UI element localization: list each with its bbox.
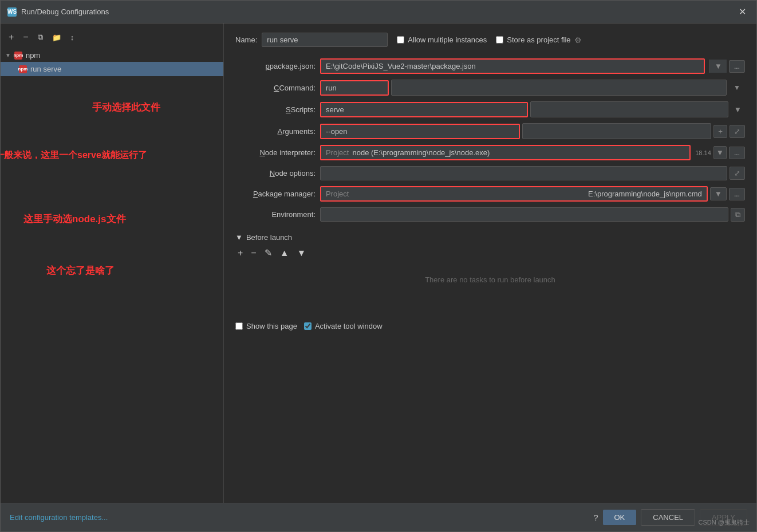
store-project-checkbox[interactable] [496, 36, 503, 44]
package-manager-field: Project E:\programming\node_js\npm.cmd [320, 186, 708, 202]
pkg-manager-value: E:\programming\node_js\npm.cmd [588, 190, 702, 198]
node-interpreter-prefix: Project [326, 148, 349, 157]
footer-row: Show this page Activate tool window [235, 313, 745, 330]
scripts-row: SScripts: ▼ [235, 101, 745, 117]
before-launch-label: Before launch [246, 233, 292, 242]
npm-group: ▼ npm npm npm run serve [1, 49, 223, 76]
ok-button[interactable]: OK [603, 510, 637, 525]
before-launch-arrow: ▼ [235, 233, 243, 242]
package-manager-row: Package manager: Project E:\programming\… [235, 186, 745, 202]
bottom-bar: Edit configuration templates... ? OK CAN… [1, 503, 756, 531]
package-json-field: E:\gitCode\PixiJS_Vue2-master\package.js… [320, 58, 705, 74]
node-version-dropdown[interactable]: ▼ [713, 146, 727, 159]
arguments-expand-button[interactable]: ⤢ [730, 125, 745, 138]
add-config-button[interactable]: + [5, 30, 17, 44]
command-input[interactable] [320, 80, 389, 96]
pkg-manager-prefix: Project [326, 190, 349, 198]
before-launch-header: ▼ Before launch [235, 233, 745, 242]
scripts-control: ▼ [320, 101, 745, 117]
activate-window-label[interactable]: Activate tool window [304, 322, 383, 330]
bl-edit-button[interactable]: ✎ [262, 246, 274, 259]
annotation-forgot: 这个忘了是啥了 [46, 264, 115, 277]
cancel-button[interactable]: CANCEL [641, 509, 695, 526]
main-panel: Name: Allow multiple instances Store as … [224, 23, 756, 503]
sidebar: + − ⧉ 📁 ↕ ▼ npm npm npm run serve 手动选择 [1, 23, 224, 503]
package-json-dropdown-button[interactable]: ▼ [709, 60, 727, 73]
header-row: Name: Allow multiple instances Store as … [235, 33, 745, 47]
before-launch-section: ▼ Before launch + − ✎ ▲ ▼ There are no t… [235, 233, 745, 295]
scripts-input[interactable] [320, 102, 528, 117]
node-interpreter-control: Project node (E:\programming\node_js\nod… [320, 145, 745, 160]
node-options-expand-button[interactable]: ⤢ [730, 167, 745, 180]
package-json-row: ppackage.json: E:\gitCode\PixiJS_Vue2-ma… [235, 58, 745, 74]
environment-label: Environment: [235, 210, 316, 219]
node-options-input[interactable] [320, 166, 727, 180]
pkg-manager-dropdown[interactable]: ▼ [710, 187, 727, 200]
run-serve-icon: npm [19, 65, 27, 73]
main-content: + − ⧉ 📁 ↕ ▼ npm npm npm run serve 手动选择 [1, 23, 756, 503]
folder-button[interactable]: 📁 [49, 31, 65, 44]
run-serve-label: run serve [30, 65, 61, 73]
environment-input[interactable] [320, 207, 728, 222]
package-json-label: ppackage.json: [235, 62, 316, 70]
remove-config-button[interactable]: − [19, 30, 31, 44]
before-launch-toolbar: + − ✎ ▲ ▼ [235, 246, 745, 259]
node-version-badge: 18.14 [695, 149, 711, 156]
name-input[interactable] [262, 33, 388, 47]
command-control: ▼ [320, 80, 745, 96]
node-interpreter-field: Project node (E:\programming\node_js\nod… [320, 145, 691, 160]
package-json-value: E:\gitCode\PixiJS_Vue2-master\package.js… [326, 62, 476, 70]
node-options-row: Node options: ⤢ [235, 166, 745, 180]
environment-control: ⧉ [320, 207, 745, 222]
bl-up-button[interactable]: ▲ [278, 247, 291, 259]
annotation-nodejs: 这里手动选node.js文件 [23, 212, 126, 226]
scripts-label: SScripts: [235, 105, 316, 114]
show-page-label[interactable]: Show this page [235, 322, 297, 330]
title-bar: WS Run/Debug Configurations ✕ [1, 1, 756, 23]
annotation-serve: 一般来说，这里一个serve就能运行了 [1, 149, 147, 161]
node-options-control: ⤢ [320, 166, 745, 180]
edit-templates-link[interactable]: Edit configuration templates... [10, 513, 108, 522]
help-button[interactable]: ? [594, 513, 598, 522]
arguments-add-button[interactable]: + [713, 125, 727, 138]
npm-group-header[interactable]: ▼ npm npm [1, 49, 223, 62]
app-icon: WS [7, 7, 17, 17]
activate-window-checkbox[interactable] [304, 322, 312, 330]
package-manager-label: Package manager: [235, 190, 316, 198]
environment-edit-button[interactable]: ⧉ [731, 208, 745, 222]
watermark: CSDN @鬼鬼骑士 [699, 518, 750, 527]
gear-icon: ⚙ [574, 36, 582, 45]
node-options-label: Node options: [235, 169, 316, 178]
arguments-label: Arguments: [235, 127, 316, 136]
arguments-control: + ⤢ [320, 123, 745, 139]
package-json-browse-button[interactable]: ... [729, 60, 745, 73]
environment-row: Environment: ⧉ [235, 207, 745, 222]
sidebar-toolbar: + − ⧉ 📁 ↕ [1, 28, 223, 49]
expand-arrow-icon: ▼ [5, 52, 11, 58]
arguments-row: Arguments: + ⤢ [235, 123, 745, 139]
close-button[interactable]: ✕ [735, 5, 750, 18]
copy-config-button[interactable]: ⧉ [34, 31, 46, 44]
node-interpreter-browse-button[interactable]: ... [729, 147, 745, 159]
command-label: CCommand: [235, 84, 316, 92]
arguments-input[interactable] [320, 124, 520, 139]
command-dropdown-button[interactable]: ▼ [729, 82, 745, 93]
scripts-dropdown-button[interactable]: ▼ [731, 103, 745, 116]
package-manager-control: Project E:\programming\node_js\npm.cmd ▼… [320, 186, 745, 202]
npm-group-label: npm [26, 51, 40, 60]
command-row: CCommand: ▼ [235, 80, 745, 96]
show-page-checkbox[interactable] [235, 322, 243, 330]
sort-button[interactable]: ↕ [67, 31, 78, 44]
node-interpreter-value: node (E:\programming\node_js\node.exe) [352, 148, 490, 157]
node-interpreter-label: Node interpreter: [235, 148, 316, 157]
run-serve-item[interactable]: npm run serve [1, 62, 223, 76]
bl-remove-button[interactable]: − [249, 247, 258, 259]
dialog-title: Run/Debug Configurations [21, 7, 109, 16]
allow-multiple-label[interactable]: Allow multiple instances [397, 36, 487, 44]
pkg-manager-browse-button[interactable]: ... [729, 188, 745, 200]
bl-add-button[interactable]: + [235, 247, 245, 259]
bl-down-button[interactable]: ▼ [295, 247, 309, 259]
run-debug-dialog: WS Run/Debug Configurations ✕ + − ⧉ 📁 ↕ … [0, 0, 757, 532]
store-project-label[interactable]: Store as project file ⚙ [496, 36, 581, 45]
allow-multiple-checkbox[interactable] [397, 36, 404, 44]
